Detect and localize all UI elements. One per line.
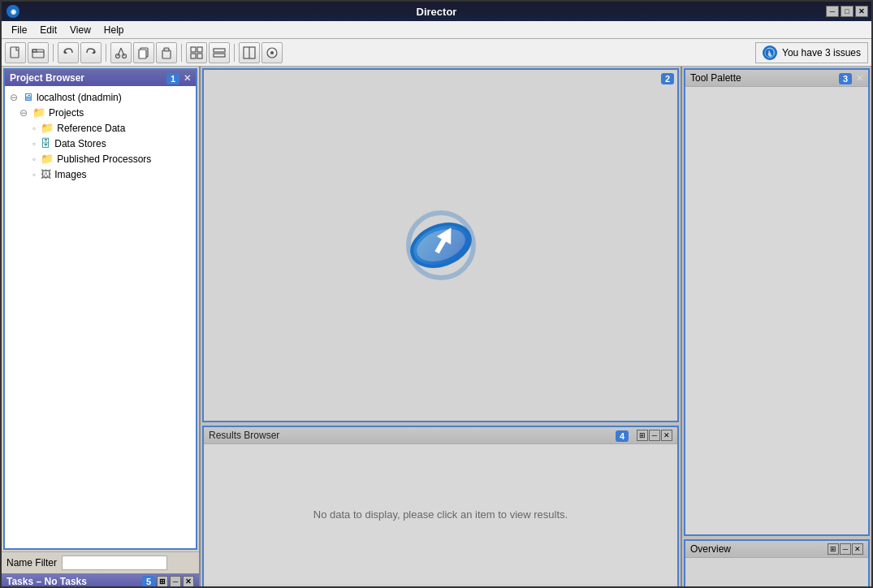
overview-title: Overview <box>690 543 731 555</box>
name-filter-input[interactable] <box>62 556 167 570</box>
name-filter-bar: Name Filter <box>2 551 199 573</box>
pubproc-icon: 📁 <box>41 153 54 165</box>
svg-rect-0 <box>11 47 19 58</box>
new-button[interactable] <box>5 42 26 63</box>
toolbar-separator-1 <box>53 44 54 62</box>
results-browser-header: Results Browser ⊞ ─ ✕ <box>204 427 677 444</box>
redo-button[interactable] <box>80 42 102 63</box>
issues-icon <box>763 45 777 60</box>
view-btn-4[interactable] <box>261 42 283 63</box>
tree-item-projects[interactable]: ⊖ 📁 Projects <box>6 105 194 120</box>
close-button[interactable]: ✕ <box>855 6 868 17</box>
tool-palette-close[interactable]: ✕ <box>856 73 863 84</box>
tool-palette-title: Tool Palette <box>690 72 741 84</box>
rb-minimize-btn[interactable]: ─ <box>649 430 660 441</box>
tree-label-images: Images <box>54 169 86 180</box>
issues-badge[interactable]: You have 3 issues <box>755 42 868 63</box>
menu-view[interactable]: View <box>63 23 97 37</box>
window-title: Director <box>417 6 457 18</box>
tree-item-host[interactable]: ⊖ 🖥 localhost (dnadmin) <box>6 89 194 105</box>
name-filter-label: Name Filter <box>6 557 57 569</box>
svg-rect-8 <box>139 50 146 58</box>
view-btn-2[interactable] <box>209 42 230 63</box>
results-browser-content: No data to display, please click an item… <box>204 444 677 584</box>
ov-minimize-btn[interactable]: ─ <box>840 543 851 555</box>
svg-rect-1 <box>32 50 44 58</box>
svg-rect-2 <box>32 50 37 52</box>
tasks-expand-btn[interactable]: ⊞ <box>157 576 168 587</box>
host-icon: 🖥 <box>23 91 33 103</box>
tasks-minimize-btn[interactable]: ─ <box>170 576 181 587</box>
menu-file[interactable]: File <box>5 23 33 37</box>
results-browser-badge: 4 <box>616 430 629 442</box>
tool-palette-panel: Tool Palette ✕ 3 Overview ⊞ ─ ✕ <box>681 67 871 588</box>
menu-help[interactable]: Help <box>97 23 131 37</box>
tree-connector-2: ⊖ <box>19 107 28 119</box>
svg-rect-12 <box>197 47 202 52</box>
svg-rect-15 <box>214 49 225 52</box>
canvas-area: 2 <box>202 68 679 422</box>
svg-rect-14 <box>197 54 202 58</box>
menu-edit[interactable]: Edit <box>33 23 63 37</box>
cut-button[interactable] <box>110 42 132 63</box>
tree-connector-3: ◦ <box>32 123 36 134</box>
overview-header: Overview ⊞ ─ ✕ <box>685 541 868 558</box>
svg-rect-10 <box>164 48 169 51</box>
overview-panel: Overview ⊞ ─ ✕ <box>684 539 870 588</box>
project-browser-close[interactable]: ✕ <box>184 73 191 84</box>
projects-icon: 📁 <box>32 106 45 119</box>
tasks-controls: 5 ⊞ ─ ✕ <box>142 576 194 587</box>
issues-text: You have 3 issues <box>782 47 861 58</box>
app-icon: ◉ <box>6 5 19 18</box>
toolbar: You have 3 issues <box>2 39 871 67</box>
center-area: 2 <box>201 67 681 588</box>
svg-rect-11 <box>191 47 196 52</box>
tree-item-refdata[interactable]: ◦ 📁 Reference Data <box>6 120 194 136</box>
toolbar-separator-3 <box>181 44 182 62</box>
pb-number-badge: 1 <box>166 73 179 84</box>
results-browser-controls: ⊞ ─ ✕ <box>637 430 672 441</box>
tree-item-datastores[interactable]: ◦ 🗄 Data Stores <box>6 136 194 151</box>
tasks-badge: 5 <box>142 576 155 587</box>
rb-close-btn[interactable]: ✕ <box>661 430 672 441</box>
toolbar-separator-4 <box>234 44 235 62</box>
view-btn-3[interactable] <box>239 42 260 63</box>
tree-connector-5: ◦ <box>32 153 36 165</box>
tasks-bar: Tasks – No Tasks 5 ⊞ ─ ✕ <box>2 573 199 588</box>
ov-expand-btn[interactable]: ⊞ <box>828 543 839 555</box>
paste-button[interactable] <box>156 42 177 63</box>
view-btn-1[interactable] <box>186 42 207 63</box>
tree-label-projects: Projects <box>49 107 84 119</box>
tool-palette-badge: 3 <box>839 73 852 84</box>
project-browser: Project Browser ✕ 1 ⊖ 🖥 localhost (dnadm… <box>3 68 197 550</box>
tool-palette: Tool Palette ✕ 3 <box>684 68 870 536</box>
tree-label-host: localhost (dnadmin) <box>37 92 122 103</box>
tree-label-refdata: Reference Data <box>57 123 125 134</box>
tree-connector-4: ◦ <box>32 138 36 149</box>
project-browser-title: Project Browser <box>10 72 84 84</box>
restore-button[interactable]: □ <box>841 6 854 17</box>
tree-label-pubproc: Published Processors <box>57 153 151 165</box>
window-controls: ─ □ ✕ <box>826 6 868 17</box>
copy-button[interactable] <box>133 42 154 63</box>
minimize-button[interactable]: ─ <box>826 6 839 17</box>
svg-point-20 <box>270 51 274 54</box>
toolbar-separator-2 <box>106 44 106 62</box>
open-button[interactable] <box>28 42 49 63</box>
ov-close-btn[interactable]: ✕ <box>852 543 863 555</box>
rb-expand-btn[interactable]: ⊞ <box>637 430 648 441</box>
svg-rect-13 <box>191 54 196 58</box>
tasks-close-btn[interactable]: ✕ <box>183 576 194 587</box>
refdata-icon: 📁 <box>41 122 54 134</box>
right-panel: 2 <box>201 67 871 588</box>
tree-item-pubproc[interactable]: ◦ 📁 Published Processors <box>6 151 194 166</box>
title-bar: ◉ Director ─ □ ✕ <box>2 2 871 21</box>
overview-controls: ⊞ ─ ✕ <box>828 543 863 555</box>
tree-item-images[interactable]: ◦ 🖼 Images <box>6 166 194 182</box>
undo-button[interactable] <box>58 42 79 63</box>
canvas-badge: 2 <box>661 73 674 84</box>
director-logo <box>404 209 478 282</box>
datastores-icon: 🗄 <box>41 137 51 149</box>
tree-connector: ⊖ <box>10 92 18 103</box>
tree-label-datastores: Data Stores <box>54 138 106 149</box>
